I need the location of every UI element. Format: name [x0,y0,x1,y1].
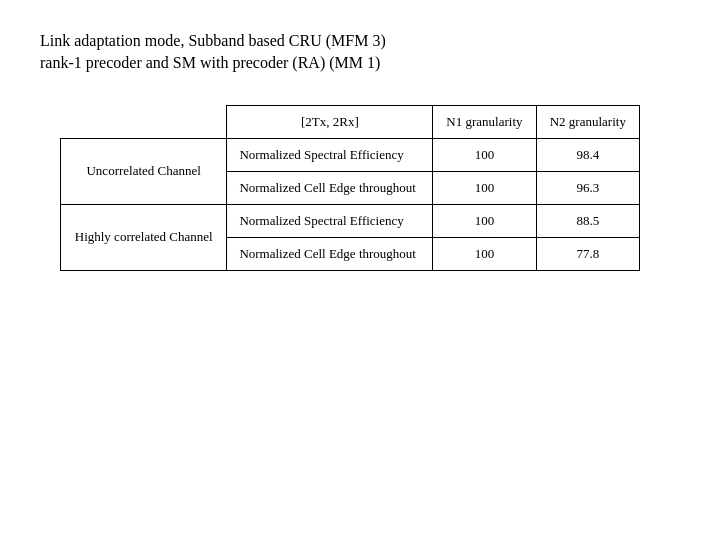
n1-value-1-0: 100 [433,204,536,237]
n2-value-1-1: 77.8 [536,237,639,270]
group-label-0: Uncorrelated Channel [61,138,227,204]
table-row: Highly correlated ChannelNormalized Spec… [61,204,640,237]
col-header-2tx2rx: [2Tx, 2Rx] [227,105,433,138]
n1-value-0-1: 100 [433,171,536,204]
table-wrapper: [2Tx, 2Rx] N1 granularity N2 granularity… [40,105,680,271]
table-row: Uncorrelated ChannelNormalized Spectral … [61,138,640,171]
title-line1: Link adaptation mode, Subband based CRU … [40,32,386,49]
metric-label-1-1: Normalized Cell Edge throughout [227,237,433,270]
n2-value-0-1: 96.3 [536,171,639,204]
col-header-n1: N1 granularity [433,105,536,138]
n1-value-0-0: 100 [433,138,536,171]
empty-corner-header [61,105,227,138]
title-line2: rank-1 precoder and SM with precoder (RA… [40,54,380,71]
n2-value-0-0: 98.4 [536,138,639,171]
group-label-1: Highly correlated Channel [61,204,227,270]
page-container: Link adaptation mode, Subband based CRU … [0,0,720,540]
n2-value-1-0: 88.5 [536,204,639,237]
col-header-n2: N2 granularity [536,105,639,138]
page-title: Link adaptation mode, Subband based CRU … [40,30,680,75]
metric-label-0-0: Normalized Spectral Efficiency [227,138,433,171]
n1-value-1-1: 100 [433,237,536,270]
metric-label-1-0: Normalized Spectral Efficiency [227,204,433,237]
data-table: [2Tx, 2Rx] N1 granularity N2 granularity… [60,105,640,271]
metric-label-0-1: Normalized Cell Edge throughout [227,171,433,204]
